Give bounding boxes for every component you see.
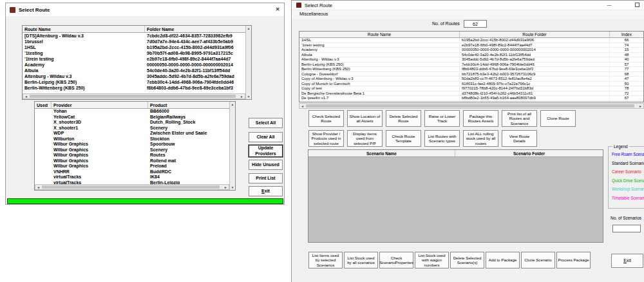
horizontal-scrollbar[interactable]: ◄ ► bbox=[299, 103, 644, 109]
scroll-right-icon[interactable]: ► bbox=[638, 104, 643, 108]
route-grid: Route Name Route Folder Index 1HSL b195a… bbox=[299, 31, 644, 102]
vertical-scrollbar[interactable]: ▲ ▼ bbox=[245, 26, 251, 99]
table-row[interactable]: '1trein testing e2b97e18-6fb0-498f-89c2-… bbox=[23, 56, 245, 62]
scenario-action-button[interactable]: Clone Scenario bbox=[521, 252, 555, 268]
scenario-action-button[interactable]: Check ScenarioProperties bbox=[379, 252, 413, 268]
print-list-button[interactable]: Print List bbox=[249, 173, 283, 183]
scroll-right-icon[interactable]: ► bbox=[239, 94, 245, 99]
table-row[interactable]: '1trein testing e2b97e18-6fb0-498f-89c2-… bbox=[299, 43, 643, 48]
table-row[interactable]: 1HSL b195a2bd-2ccc-415b-8002-d44d931a9f0… bbox=[23, 44, 245, 50]
table-row[interactable]: X_shooter1 Scenery bbox=[35, 126, 229, 131]
table-row[interactable]: YellowCat BelgianRailways bbox=[35, 115, 229, 120]
table-row[interactable]: Copy of Altenburg - Wildau v.3 50da2b83-… bbox=[299, 77, 643, 82]
route-action-button[interactable]: Display items used from selected P/P bbox=[347, 130, 383, 147]
table-row[interactable]: Altenburg - Wildau v.3 3045addc-5d92-4b7… bbox=[23, 73, 245, 79]
scroll-up-icon[interactable]: ▲ bbox=[230, 102, 235, 107]
column-header-route-folder: Route Folder bbox=[460, 32, 610, 37]
menu-miscellaneous[interactable]: Miscellaneous bbox=[298, 11, 330, 17]
right-titlebar[interactable]: Select Route bbox=[292, 1, 644, 10]
scroll-down-icon[interactable]: ▼ bbox=[230, 185, 235, 190]
scenario-action-button[interactable]: List Items used by selected Scenarios bbox=[308, 252, 343, 268]
table-row[interactable]: virtualTracks IK84 bbox=[35, 174, 229, 180]
no-of-routes-input[interactable] bbox=[464, 20, 487, 28]
table-row[interactable]: Yohan BB66000 bbox=[35, 109, 229, 115]
scrollbar-thumb[interactable] bbox=[42, 185, 220, 189]
table-row[interactable]: Wilbur Graphics Scenery bbox=[35, 147, 229, 153]
table-row[interactable]: Berlin-Wittenberg (KBS 250) f8b64803-ddb… bbox=[23, 85, 245, 91]
route-action-button[interactable]: Raise or Lower Track bbox=[424, 110, 460, 127]
legend-item: Standard Scenario bbox=[612, 161, 644, 165]
table-row[interactable]: Wilbur Graphics Rollend mat bbox=[35, 158, 229, 164]
route-action-button[interactable]: Show Location of all Assets bbox=[347, 110, 383, 127]
table-row[interactable]: Altenburg - Wildau v.3 3045addc-5d92-4b7… bbox=[299, 57, 643, 62]
scroll-right-icon[interactable]: ► bbox=[223, 185, 229, 189]
legend-box: Legend Free Roam ScenarioStandard Scenar… bbox=[608, 146, 644, 209]
scroll-left-icon[interactable]: ◄ bbox=[299, 104, 305, 108]
scrollbar-thumb[interactable] bbox=[30, 95, 236, 98]
route-buttons-row2: Show Provider / Products used in selecte… bbox=[308, 130, 537, 147]
horizontal-scrollbar[interactable]: ◄ ► bbox=[35, 184, 229, 190]
window-title: Select Route bbox=[305, 3, 332, 8]
route-list-rows: [DTS]Altenburg - Wildau v.3 7cbdc2d8-df2… bbox=[23, 33, 245, 91]
table-row[interactable]: De Bergische Grenslandroute Beta 1 d3748… bbox=[299, 91, 643, 97]
table-row[interactable]: Berlin-Leipzig (KBS 250) 7ebb30c4-14dd-4… bbox=[299, 62, 643, 68]
table-row[interactable]: VNHRR BuddRDC bbox=[35, 169, 229, 175]
no-of-scenarios-input[interactable] bbox=[612, 225, 641, 232]
window-title: Select Route bbox=[19, 7, 50, 13]
table-row[interactable]: Academy 00000050-0000-0000-0000-00000000… bbox=[23, 62, 245, 68]
scenario-action-button[interactable]: Process Package bbox=[556, 252, 591, 268]
route-action-button[interactable]: Show Provider / Products used in selecte… bbox=[308, 130, 344, 147]
scroll-down-icon[interactable]: ▼ bbox=[246, 94, 251, 99]
table-row[interactable]: WDP Zwischen Elster und Saale bbox=[35, 131, 229, 136]
route-action-button[interactable]: Delete Selected Route bbox=[386, 110, 421, 127]
table-row[interactable]: Albula 54c0de40-3a20-4e2b-82f1-11bf13ff5… bbox=[23, 68, 245, 73]
table-row[interactable]: '1testing 9b70b57f-ad08-4b98-8995-9791a3… bbox=[23, 50, 245, 56]
column-header-scenario-folder: Scenario Folder bbox=[455, 150, 603, 156]
route-action-button[interactable]: Check Route Template bbox=[386, 130, 421, 147]
route-action-button[interactable]: Check Selected Route bbox=[308, 110, 344, 127]
table-row[interactable]: Wilburton Stockton bbox=[35, 136, 229, 142]
table-row[interactable]: 1brussel 7d0d7a7e-94e4-434c-aee7-af433b5… bbox=[23, 39, 245, 44]
table-row[interactable]: 1HSL b195a2bd-2ccc-415b-8002-d44d931a9f0… bbox=[299, 38, 643, 43]
scroll-left-icon[interactable]: ◄ bbox=[35, 185, 41, 189]
route-action-button[interactable]: Print list of all Routes and Scenarios bbox=[502, 110, 537, 127]
table-row[interactable]: Cologne - Dusseldorf bb721875-b3e3-42b2-… bbox=[299, 72, 643, 77]
scenario-action-button[interactable]: List Stock used with wagon numbers bbox=[415, 252, 449, 268]
scenario-action-button[interactable]: List Stock used by all scenarios bbox=[344, 252, 378, 268]
minimize-icon[interactable]: — bbox=[601, 3, 617, 7]
table-row[interactable]: Wilbur Graphics Routes bbox=[35, 153, 229, 158]
table-row[interactable]: Academy 00000050-0000-0000-0000-00000000… bbox=[299, 48, 643, 53]
scroll-up-icon[interactable]: ▲ bbox=[246, 26, 251, 31]
scroll-left-icon[interactable]: ◄ bbox=[23, 94, 29, 99]
table-row[interactable]: Wilbur Graphics Preload bbox=[35, 164, 229, 169]
update-providers-button[interactable]: Update Providers bbox=[249, 145, 283, 157]
route-action-button[interactable]: List Routes with Scenario types bbox=[424, 130, 460, 147]
exit-button[interactable]: Exit bbox=[611, 254, 643, 268]
vertical-scrollbar[interactable]: ▲ ▼ bbox=[229, 102, 235, 190]
scenario-action-button[interactable]: Delete Selected Scenario(s) bbox=[450, 252, 484, 268]
table-row[interactable]: Berlin-Leipzig (KBS 250) 7ebb30c4-14dd-4… bbox=[23, 79, 245, 85]
clear-all-button[interactable]: Clear All bbox=[249, 132, 283, 142]
table-row[interactable]: Copy of Munich to Garmisch 61ff031c-fae2… bbox=[299, 82, 643, 87]
table-row[interactable]: Copy of test f9770215-78b8-420c-8144-24f… bbox=[299, 86, 643, 91]
table-row[interactable]: De Ijssellin v1.7 b8bd80e2-1b55-49a5-b16… bbox=[299, 96, 643, 101]
exit-button[interactable]: Exit bbox=[249, 186, 283, 196]
maximize-icon[interactable] bbox=[629, 3, 644, 8]
route-action-button[interactable]: View Route Details bbox=[502, 130, 537, 147]
route-action-button[interactable]: List ALL rolling stock used by all route… bbox=[463, 130, 498, 147]
hide-unused-button[interactable]: Hide Unused bbox=[249, 160, 283, 170]
horizontal-scrollbar[interactable]: ◄ ► bbox=[23, 93, 245, 99]
close-icon[interactable]: ✕ bbox=[270, 6, 285, 12]
legend-item: Timetable Scenario bbox=[612, 196, 644, 200]
table-row[interactable]: [DTS]Altenburg - Wildau v.3 7cbdc2d8-df2… bbox=[23, 33, 245, 39]
table-row[interactable]: Berlin-Wittenberg (KBS 250) f8b64803-ddb… bbox=[299, 67, 643, 72]
route-action-button[interactable]: Clone Route bbox=[540, 110, 576, 127]
table-row[interactable]: Wilbur Graphics Spoorbouw bbox=[35, 142, 229, 147]
table-row[interactable]: Albula 54c0de40-3a20-4e2b-82f1-11bf13ff5… bbox=[299, 53, 643, 58]
scenario-action-button[interactable]: Add to Package bbox=[486, 252, 520, 268]
route-action-button[interactable]: Package this Routes Assets bbox=[463, 110, 498, 127]
select-all-button[interactable]: Select All bbox=[249, 118, 283, 128]
table-row[interactable]: X_shooter3D Dutch_Rolling_Stock bbox=[35, 120, 229, 126]
left-titlebar[interactable]: Select Route bbox=[6, 3, 284, 16]
scrollbar-thumb[interactable] bbox=[306, 104, 634, 108]
